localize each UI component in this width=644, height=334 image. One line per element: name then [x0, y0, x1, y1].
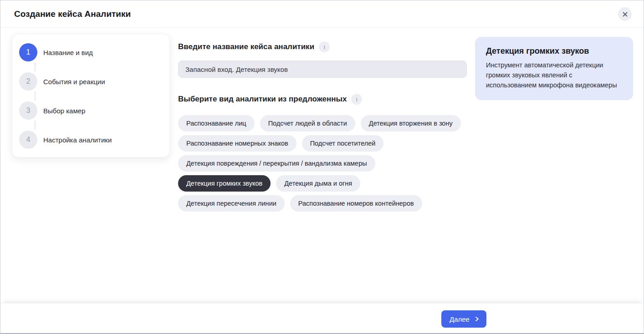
page-title: Создание кейса Аналитики	[14, 9, 131, 19]
analytics-type-chip-selected[interactable]: Детекция громких звуков	[178, 175, 271, 192]
modal-body: 1 Название и вид 2 События и реакции 3 В…	[0, 28, 644, 303]
analytics-type-info-panel: Детекция громких звуков Инструмент автом…	[475, 37, 633, 100]
step-item-analytics-settings[interactable]: 4 Настройка аналитики	[19, 131, 162, 149]
step-label: Выбор камер	[43, 107, 85, 115]
chip-row: Детекция повреждения / перекрытия / ванд…	[178, 155, 467, 172]
analytics-type-chip[interactable]: Детекция вторжения в зону	[361, 115, 461, 132]
next-button-label: Далее	[450, 315, 470, 323]
analytics-type-chip[interactable]: Детекция дыма и огня	[276, 175, 360, 192]
analytics-type-heading-row: Выберите вид аналитики из предложенных i	[178, 94, 467, 105]
chip-row: Распознавание лиц Подсчет людей в област…	[178, 115, 467, 132]
step-number-badge: 1	[19, 43, 37, 61]
info-icon[interactable]: i	[319, 41, 330, 52]
step-label: Настройка аналитики	[43, 136, 112, 144]
step-label: Название и вид	[43, 49, 93, 56]
step-connector-line	[35, 91, 36, 101]
form-column: Введите название кейса аналитики i Выбер…	[178, 28, 467, 215]
analytics-type-chip[interactable]: Детекция пересечения линии	[178, 195, 285, 212]
modal-header: Создание кейса Аналитики	[0, 0, 644, 28]
chip-row: Детекция пересечения линии Распознавание…	[178, 195, 467, 212]
case-name-input[interactable]	[178, 61, 467, 78]
close-button[interactable]	[618, 7, 632, 21]
step-connector-line	[35, 121, 36, 130]
analytics-type-chip[interactable]: Детекция повреждения / перекрытия / ванд…	[178, 155, 375, 172]
case-name-heading-row: Введите название кейса аналитики i	[178, 41, 467, 52]
step-number-badge: 4	[19, 131, 37, 149]
create-analytics-case-modal: Создание кейса Аналитики 1 Название и ви…	[0, 0, 644, 334]
step-item-name-and-type[interactable]: 1 Название и вид	[19, 43, 162, 61]
analytics-type-chip[interactable]: Распознавание номерных знаков	[178, 135, 296, 152]
close-icon	[622, 11, 628, 17]
wizard-steps-card: 1 Название и вид 2 События и реакции 3 В…	[12, 34, 170, 157]
step-number-badge: 2	[19, 72, 37, 91]
info-icon[interactable]: i	[351, 94, 362, 105]
analytics-type-heading: Выберите вид аналитики из предложенных	[178, 95, 347, 104]
analytics-type-chip[interactable]: Подсчет посетителей	[302, 135, 384, 152]
chip-row: Детекция громких звуков Детекция дыма и …	[178, 175, 467, 192]
modal-footer: Далее	[0, 303, 644, 333]
analytics-type-chip[interactable]: Распознавание лиц	[178, 115, 255, 132]
chip-row: Распознавание номерных знаков Подсчет по…	[178, 135, 467, 152]
step-item-camera-selection[interactable]: 3 Выбор камер	[19, 101, 162, 120]
step-item-events-and-reactions[interactable]: 2 События и реакции	[19, 72, 162, 91]
analytics-type-chip[interactable]: Распознавание номеров контейнеров	[290, 195, 422, 212]
case-name-heading: Введите название кейса аналитики	[178, 42, 314, 51]
chevron-right-icon	[474, 316, 480, 322]
step-number-badge: 3	[19, 101, 37, 120]
analytics-type-chip[interactable]: Подсчет людей в области	[260, 115, 355, 132]
step-label: События и реакции	[43, 78, 105, 86]
step-connector-line	[35, 62, 36, 71]
info-panel-title: Детекция громких звуков	[486, 46, 622, 56]
analytics-type-chip-list: Распознавание лиц Подсчет людей в област…	[178, 115, 467, 212]
next-button[interactable]: Далее	[441, 310, 486, 328]
info-panel-description: Инструмент автоматической детекции громк…	[486, 60, 622, 90]
